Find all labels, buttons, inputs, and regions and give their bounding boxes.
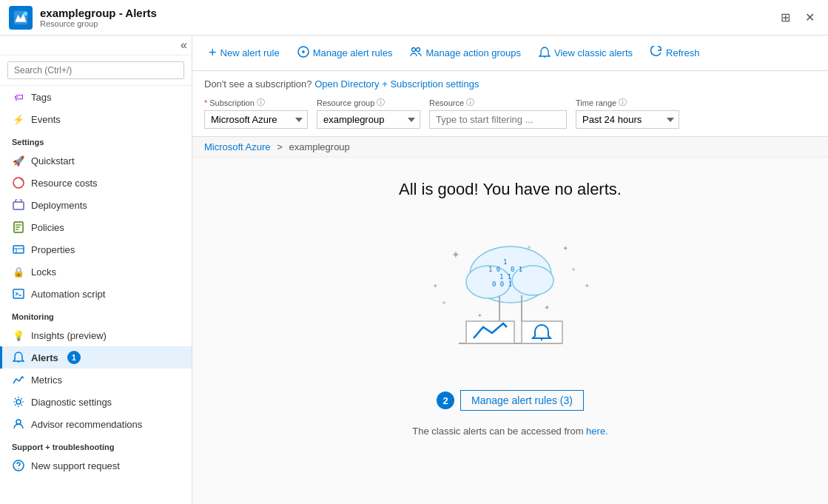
- sidebar-item-advisor-recommendations[interactable]: Advisor recommendations: [0, 413, 192, 435]
- subscription-filter: * Subscription ⓘ Microsoft Azure: [204, 97, 308, 129]
- quickstart-icon: 🚀: [12, 154, 25, 167]
- sidebar-item-label: Tags: [31, 92, 51, 103]
- svg-text:✦: ✦: [433, 283, 438, 289]
- open-directory-link[interactable]: Open Directory + Subscription settings: [314, 78, 479, 90]
- sidebar-item-properties[interactable]: Properties: [0, 238, 192, 261]
- refresh-icon: [650, 46, 662, 60]
- view-classic-alerts-icon: [539, 46, 551, 60]
- sidebar: « 🏷 Tags ⚡ Events Settings 🚀 Quickstart …: [0, 36, 192, 504]
- lock-icon: 🔒: [12, 265, 25, 278]
- time-range-select[interactable]: Past 24 hours: [576, 110, 679, 129]
- notice-text: Don't see a subscription?: [204, 78, 312, 90]
- manage-action-groups-button[interactable]: Manage action groups: [403, 41, 528, 64]
- svg-point-14: [16, 400, 21, 404]
- support-icon: [12, 459, 25, 472]
- app-icon: [9, 6, 33, 30]
- diagnostic-settings-icon: [12, 395, 25, 409]
- no-alerts-title: All is good! You have no alerts.: [399, 180, 622, 199]
- subscription-notice: Don't see a subscription? Open Directory…: [204, 78, 816, 90]
- svg-text:✦: ✦: [477, 312, 482, 319]
- refresh-button[interactable]: Refresh: [643, 41, 707, 64]
- classic-here-link[interactable]: here.: [586, 426, 608, 437]
- sidebar-item-tags[interactable]: 🏷 Tags: [0, 86, 192, 108]
- subscription-select[interactable]: Microsoft Azure: [204, 110, 308, 129]
- sidebar-item-diagnostic-settings[interactable]: Diagnostic settings: [0, 391, 192, 413]
- svg-point-15: [16, 420, 21, 424]
- title-bar: examplegroup - Alerts Resource group ⊞ ✕: [0, 0, 828, 36]
- step-badge-2: 2: [437, 392, 454, 409]
- sidebar-item-quickstart[interactable]: 🚀 Quickstart: [0, 149, 192, 172]
- view-classic-alerts-label: View classic alerts: [554, 47, 633, 58]
- search-input[interactable]: [7, 61, 184, 79]
- monitoring-section-label: Monitoring: [0, 305, 192, 324]
- new-alert-rule-button[interactable]: + New alert rule: [201, 41, 287, 65]
- resource-costs-icon: [12, 176, 25, 189]
- sidebar-item-label: Alerts: [31, 352, 58, 363]
- refresh-label: Refresh: [666, 47, 700, 58]
- svg-text:✦: ✦: [585, 283, 590, 289]
- svg-rect-8: [13, 246, 24, 253]
- resource-input[interactable]: [429, 110, 567, 129]
- page-subtitle: Resource group: [40, 19, 157, 28]
- advisor-icon: [12, 417, 25, 431]
- sidebar-item-deployments[interactable]: Deployments: [0, 194, 192, 216]
- title-text: examplegroup - Alerts Resource group: [40, 7, 157, 28]
- svg-text:0 1: 0 1: [511, 266, 522, 273]
- manage-alert-rules-row: 2 Manage alert rules (3): [437, 390, 584, 411]
- manage-action-groups-icon: [410, 46, 422, 60]
- time-range-label: Time range ⓘ: [576, 97, 679, 108]
- resource-group-filter: Resource group ⓘ examplegroup: [317, 97, 420, 129]
- sidebar-item-new-support-request[interactable]: New support request: [0, 454, 192, 477]
- sidebar-collapse-button[interactable]: «: [181, 38, 187, 52]
- metrics-icon: [12, 373, 25, 386]
- settings-section-label: Settings: [0, 130, 192, 149]
- pin-button[interactable]: ⊞: [776, 7, 795, 27]
- filter-bar: Don't see a subscription? Open Directory…: [192, 71, 828, 137]
- breadcrumb: Microsoft Azure > examplegroup: [192, 137, 828, 158]
- resource-filter: Resource ⓘ: [429, 97, 567, 129]
- sidebar-search: [0, 56, 192, 86]
- view-classic-alerts-button[interactable]: View classic alerts: [531, 41, 640, 64]
- resource-group-select[interactable]: examplegroup: [317, 110, 420, 129]
- svg-text:1 1: 1 1: [499, 273, 511, 280]
- sidebar-item-label: Events: [31, 114, 61, 125]
- support-section-label: Support + troubleshooting: [0, 435, 192, 454]
- manage-alert-rules-link[interactable]: Manage alert rules (3): [471, 394, 573, 406]
- sidebar-item-policies[interactable]: Policies: [0, 216, 192, 238]
- insights-icon: 💡: [12, 329, 25, 342]
- manage-action-groups-label: Manage action groups: [425, 47, 521, 58]
- svg-text:✦: ✦: [544, 303, 550, 312]
- sidebar-item-resource-costs[interactable]: Resource costs: [0, 172, 192, 194]
- classic-notice-text: The classic alerts can be accessed from: [412, 426, 583, 437]
- svg-text:1: 1: [503, 258, 507, 266]
- events-icon: ⚡: [12, 112, 25, 126]
- sidebar-item-metrics[interactable]: Metrics: [0, 369, 192, 391]
- main-content: All is good! You have no alerts. ✦ ✦ ✦ ✦…: [192, 158, 828, 504]
- tag-icon: 🏷: [12, 90, 25, 104]
- manage-alert-rules-label: Manage alert rules: [313, 47, 393, 58]
- filter-row: * Subscription ⓘ Microsoft Azure Resourc…: [204, 97, 816, 129]
- alerts-icon: [12, 351, 25, 364]
- sidebar-item-label: Advisor recommendations: [31, 419, 142, 430]
- content-area: + New alert rule Manage alert rules Mana…: [192, 36, 828, 504]
- deployments-icon: [12, 198, 25, 212]
- svg-point-20: [417, 48, 420, 52]
- svg-point-30: [572, 268, 575, 271]
- no-alerts-illustration: ✦ ✦ ✦ ✦ ✦ ✦ 1 0 1 1: [414, 221, 607, 369]
- close-button[interactable]: ✕: [801, 7, 819, 27]
- svg-point-31: [442, 301, 445, 304]
- sidebar-item-events[interactable]: ⚡ Events: [0, 108, 192, 130]
- sidebar-item-locks[interactable]: 🔒 Locks: [0, 261, 192, 283]
- svg-text:1 0: 1 0: [488, 266, 500, 273]
- breadcrumb-root[interactable]: Microsoft Azure: [204, 141, 271, 152]
- sidebar-item-label: Properties: [31, 244, 75, 255]
- sidebar-item-insights[interactable]: 💡 Insights (preview): [0, 324, 192, 346]
- sidebar-item-alerts[interactable]: Alerts 1: [0, 346, 192, 369]
- svg-text:✦: ✦: [562, 244, 568, 252]
- sidebar-item-automation-script[interactable]: Automation script: [0, 283, 192, 305]
- title-bar-left: examplegroup - Alerts Resource group: [9, 6, 157, 30]
- sidebar-item-label: Automation script: [31, 289, 105, 300]
- subscription-label: * Subscription ⓘ: [204, 97, 308, 108]
- manage-alert-rules-button[interactable]: Manage alert rules: [290, 41, 400, 64]
- new-alert-rule-label: New alert rule: [221, 47, 280, 58]
